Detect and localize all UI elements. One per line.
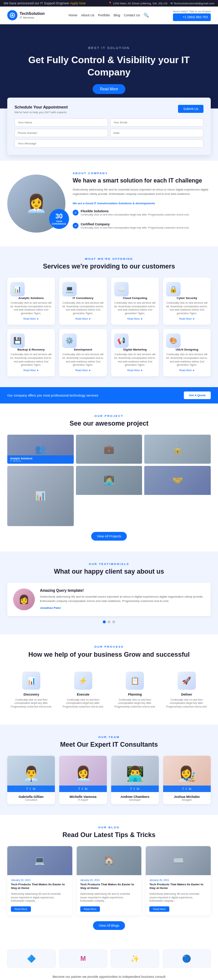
feature-certified-text: Certified Company Continually click on a… bbox=[81, 223, 189, 232]
hero-section: BEST IT SOLUTION Get Fully Control & Vis… bbox=[0, 24, 218, 109]
header-phone[interactable]: +1 (984) 982-753 bbox=[173, 13, 211, 21]
service-card-analytic: 📊 Analytic Solutions Continually click o… bbox=[7, 278, 55, 325]
service-read-more-0[interactable]: Read More ➤ bbox=[10, 318, 52, 320]
service-read-more-6[interactable]: Read More ➤ bbox=[114, 369, 156, 372]
service-read-more-1[interactable]: Read More ➤ bbox=[62, 318, 104, 320]
testimonial-dot-0[interactable] bbox=[103, 620, 106, 623]
nav-blog[interactable]: Blog bbox=[114, 13, 120, 17]
logo-text: TechSolution IT Services bbox=[19, 11, 45, 20]
project-item-1[interactable]: 💼 bbox=[76, 435, 143, 464]
service-read-more-5[interactable]: Read More ➤ bbox=[62, 369, 104, 372]
twitter-icon-1[interactable]: t bbox=[82, 787, 83, 791]
blog-read-more-2[interactable]: Read More bbox=[149, 906, 169, 912]
team-section-label: OUR TEAM bbox=[7, 735, 211, 739]
projects-grid: 👥 Analytic Solutions IT Services 💼 🔒 📊 bbox=[7, 435, 211, 526]
twitter-icon-2[interactable]: t bbox=[134, 787, 135, 791]
service-read-more-7[interactable]: Read More ➤ bbox=[166, 369, 208, 372]
linkedin-icon-1[interactable]: in bbox=[85, 787, 88, 791]
blog-content-1: January 20, 2021 Tech Products That Make… bbox=[77, 875, 142, 915]
project-item-3[interactable]: 📊 bbox=[7, 466, 74, 526]
services-section-label: WHAT WE'RE OFFERING bbox=[7, 257, 211, 261]
feature-flexible-text: Flexible Solutions Continually click on … bbox=[81, 209, 189, 220]
partner-logo-0[interactable]: 🔷 bbox=[7, 950, 56, 968]
process-icon-deliver: 🚀 bbox=[178, 671, 196, 690]
site-header: TechSolution IT Services Home About Us P… bbox=[0, 6, 218, 24]
blog-content-0: January 20, 2021 Tech Products That Make… bbox=[7, 875, 72, 915]
process-icon-discovery: 📊 bbox=[22, 671, 40, 690]
blog-grid: 💻 January 20, 2021 Tech Products That Ma… bbox=[7, 846, 211, 915]
project-item-5[interactable]: 🤝 bbox=[144, 466, 211, 526]
partners-cta: Become our partner we provide opportunit… bbox=[7, 975, 211, 980]
service-card-marketing: 📢 Digital Marketing Continually click on… bbox=[111, 329, 159, 376]
service-read-more-2[interactable]: Read More ➤ bbox=[114, 318, 156, 320]
announcement-link[interactable]: Apply Now bbox=[70, 2, 86, 5]
appointment-message-input[interactable] bbox=[14, 139, 204, 148]
appointment-title: Schedule Your Appointment bbox=[14, 105, 67, 109]
nav-about[interactable]: About Us bbox=[81, 13, 95, 17]
partner-logo-2[interactable]: ✨ bbox=[111, 950, 159, 968]
service-icon-security: 🔒 bbox=[166, 282, 181, 296]
facebook-icon-1[interactable]: f bbox=[79, 787, 80, 791]
partners-section: 🔷 M ✨ 🔵 Become our partner we provide op… bbox=[0, 941, 218, 980]
project-item-4[interactable]: 👩‍💻 bbox=[76, 466, 143, 526]
facebook-icon-3[interactable]: f bbox=[183, 787, 183, 791]
about-link[interactable]: We are a Good IT transformation Solution… bbox=[73, 202, 155, 205]
linkedin-icon-2[interactable]: in bbox=[137, 787, 139, 791]
about-title: We have a smart solution for each IT cha… bbox=[73, 177, 211, 185]
team-info-3: Joshua Michalec Designer bbox=[163, 792, 211, 804]
service-read-more-3[interactable]: Read More ➤ bbox=[166, 318, 208, 320]
testimonial-content-0: Amazing Query template! Distinctively ad… bbox=[40, 589, 205, 610]
blog-view-all-button[interactable]: View All Blogs bbox=[93, 921, 125, 930]
service-card-uiux: 🎨 UI/UX Designing Continually click on a… bbox=[163, 329, 211, 376]
team-card-2: 👨‍💻 f t in Andrew Chambers Developer bbox=[111, 756, 159, 804]
appointment-email-input[interactable] bbox=[110, 118, 204, 127]
project-item-2[interactable]: 🔒 bbox=[144, 435, 211, 464]
blog-read-more-1[interactable]: Read More bbox=[80, 906, 100, 912]
cta-button[interactable]: Get A Quote bbox=[184, 391, 211, 399]
nav-portfolio[interactable]: Portfolio bbox=[98, 13, 110, 17]
about-image: 👩‍💼 30 YEAR EXPERIENCE bbox=[7, 175, 66, 232]
logo[interactable]: TechSolution IT Services bbox=[7, 10, 45, 20]
cta-text: Our company offers you most professional… bbox=[7, 394, 98, 397]
appointment-phone-input[interactable] bbox=[14, 129, 108, 137]
partners-grid-top: 🔷 M ✨ 🔵 bbox=[7, 950, 211, 968]
facebook-icon-2[interactable]: f bbox=[130, 787, 131, 791]
nav-home[interactable]: Home bbox=[69, 13, 77, 17]
services-title: Services we're providing to our customer… bbox=[7, 262, 211, 270]
testimonial-text-0: Distinctively addressing 4th and its ess… bbox=[40, 595, 205, 603]
testimonial-dot-2[interactable] bbox=[112, 620, 115, 623]
blog-section-label: OUR BLOG bbox=[7, 826, 211, 829]
about-description: Distinctively addressing 4th and its ess… bbox=[73, 188, 211, 196]
linkedin-icon-3[interactable]: in bbox=[189, 787, 191, 791]
blog-section: OUR BLOG Read Our Latest Tips & Tricks 💻… bbox=[0, 815, 218, 941]
team-info-1: Michelle Vanessa IT Expert bbox=[59, 792, 107, 804]
project-item-0[interactable]: 👥 Analytic Solutions IT Services bbox=[7, 435, 74, 464]
services-grid: 📊 Analytic Solutions Continually click o… bbox=[7, 278, 211, 376]
appointment-name-input[interactable] bbox=[14, 118, 108, 127]
nav-contact[interactable]: Contact Us bbox=[124, 13, 140, 17]
service-read-more-4[interactable]: Read More ➤ bbox=[10, 369, 52, 372]
about-badge: 30 YEAR EXPERIENCE bbox=[49, 209, 69, 229]
partner-logo-3[interactable]: 🔵 bbox=[163, 950, 211, 968]
hero-read-more-button[interactable]: Read More bbox=[93, 84, 125, 94]
blog-content-2: January 20, 2021 Tech Products That Make… bbox=[146, 875, 211, 915]
blog-meta-2: January 20, 2021 bbox=[149, 879, 207, 881]
search-icon[interactable]: 🔍 bbox=[144, 13, 149, 18]
about-content: ABOUT COMPANY We have a smart solution f… bbox=[73, 172, 211, 235]
team-info-2: Andrew Chambers Developer bbox=[111, 792, 159, 804]
appointment-section: Schedule Your Appointment We're here to … bbox=[7, 98, 211, 155]
facebook-icon-0[interactable]: f bbox=[27, 787, 27, 791]
team-info-0: Gabriella Gillian Consultant bbox=[7, 792, 55, 804]
testimonial-dot-1[interactable] bbox=[107, 620, 111, 623]
projects-view-all-button[interactable]: View All Projects bbox=[91, 532, 127, 541]
announcement-address: 📍 1200 Main JO Street (offering, GA, 33)… bbox=[108, 2, 167, 5]
partner-logo-1[interactable]: M bbox=[59, 950, 107, 968]
blog-card-1: 🏠 January 20, 2021 Tech Products That Ma… bbox=[77, 846, 142, 915]
twitter-icon-0[interactable]: t bbox=[30, 787, 31, 791]
blog-read-more-0[interactable]: Read More bbox=[11, 906, 31, 912]
linkedin-icon-0[interactable]: in bbox=[33, 787, 35, 791]
appointment-date-input[interactable] bbox=[110, 129, 204, 137]
project-image-5: 🤝 bbox=[144, 466, 211, 495]
appointment-submit-button[interactable]: Submit Us bbox=[178, 105, 204, 113]
twitter-icon-3[interactable]: t bbox=[186, 787, 187, 791]
